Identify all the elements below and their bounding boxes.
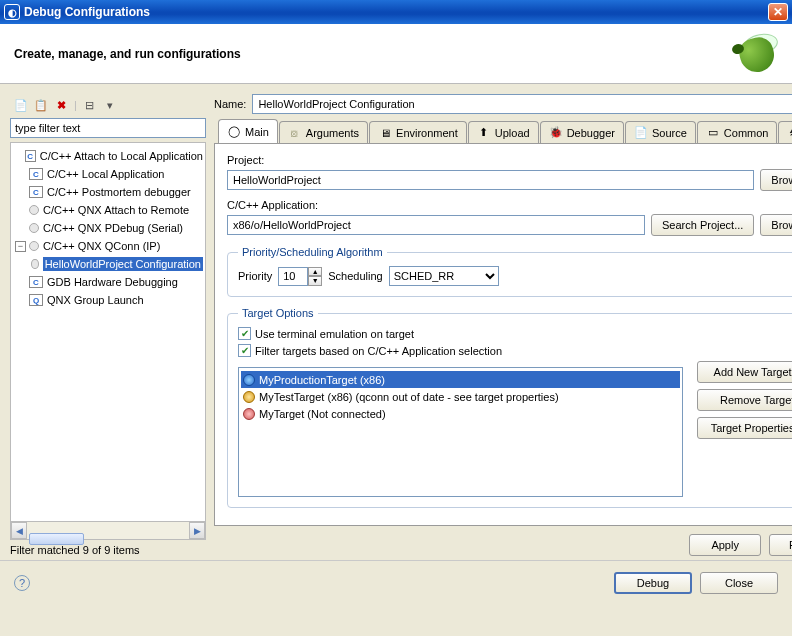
tree-label: C/C++ QNX PDebug (Serial) bbox=[43, 222, 183, 234]
tree-label: C/C++ QNX QConn (IP) bbox=[43, 240, 160, 252]
header: Create, manage, and run configurations bbox=[0, 24, 792, 84]
project-input[interactable] bbox=[227, 170, 754, 190]
tools-tab-icon: 🛠 bbox=[787, 126, 792, 140]
tab-common[interactable]: ▭Common bbox=[697, 121, 778, 143]
content: 📄 📋 ✖ | ⊟ ▾ CC/C++ Attach to Local Appli… bbox=[0, 84, 792, 560]
tab-upload[interactable]: ⬆Upload bbox=[468, 121, 539, 143]
tab-debugger[interactable]: 🐞Debugger bbox=[540, 121, 624, 143]
remove-target-button[interactable]: Remove Target bbox=[697, 389, 792, 411]
new-config-icon[interactable]: 📄 bbox=[14, 98, 28, 112]
tab-arguments[interactable]: ⦻Arguments bbox=[279, 121, 368, 143]
target-icon bbox=[243, 374, 255, 386]
terminal-emulation-checkbox[interactable]: ✔ Use terminal emulation on target bbox=[238, 327, 792, 340]
tab-tools[interactable]: 🛠Tools bbox=[778, 121, 792, 143]
tree-item-gdb-hw[interactable]: CGDB Hardware Debugging bbox=[11, 273, 205, 291]
close-icon[interactable]: ✕ bbox=[768, 3, 788, 21]
priority-value[interactable] bbox=[278, 267, 308, 286]
filter-targets-checkbox[interactable]: ✔ Filter targets based on C/C++ Applicat… bbox=[238, 344, 792, 357]
tree-item-helloworld-config[interactable]: HelloWorldProject Configuration bbox=[11, 255, 205, 273]
toolbar-separator: | bbox=[74, 99, 77, 111]
tree-label: C/C++ Local Application bbox=[47, 168, 164, 180]
tree-item-qnx-qconn[interactable]: −C/C++ QNX QConn (IP) bbox=[11, 237, 205, 255]
tree-label: QNX Group Launch bbox=[47, 294, 144, 306]
page-title: Create, manage, and run configurations bbox=[14, 47, 241, 61]
config-tree[interactable]: CC/C++ Attach to Local Application CC/C+… bbox=[10, 142, 206, 522]
collapse-all-icon[interactable]: ⊟ bbox=[83, 98, 97, 112]
priority-spinner[interactable]: ▲▼ bbox=[278, 267, 322, 286]
config-toolbar: 📄 📋 ✖ | ⊟ ▾ bbox=[10, 94, 206, 116]
debugger-tab-icon: 🐞 bbox=[549, 126, 563, 140]
tab-label: Environment bbox=[396, 127, 458, 139]
help-icon[interactable]: ? bbox=[14, 575, 30, 591]
spin-up-icon[interactable]: ▲ bbox=[308, 267, 322, 277]
debug-button[interactable]: Debug bbox=[614, 572, 692, 594]
priority-label: Priority bbox=[238, 270, 272, 282]
target-icon bbox=[243, 391, 255, 403]
tree-hscrollbar[interactable]: ◀ ▶ bbox=[10, 522, 206, 540]
filter-menu-icon[interactable]: ▾ bbox=[103, 98, 117, 112]
bug-icon bbox=[722, 30, 778, 78]
tab-source[interactable]: 📄Source bbox=[625, 121, 696, 143]
main-tab-icon: ◯ bbox=[227, 125, 241, 139]
filter-input[interactable] bbox=[10, 118, 206, 138]
checkbox-label: Filter targets based on C/C++ Applicatio… bbox=[255, 345, 502, 357]
target-icon bbox=[243, 408, 255, 420]
source-tab-icon: 📄 bbox=[634, 126, 648, 140]
checkbox-label: Use terminal emulation on target bbox=[255, 328, 414, 340]
tree-item-qnx-pdebug[interactable]: C/C++ QNX PDebug (Serial) bbox=[11, 219, 205, 237]
search-project-button[interactable]: Search Project... bbox=[651, 214, 754, 236]
tab-label: Upload bbox=[495, 127, 530, 139]
spin-down-icon[interactable]: ▼ bbox=[308, 276, 322, 286]
environment-tab-icon: 🖥 bbox=[378, 126, 392, 140]
app-icon: ◐ bbox=[4, 4, 20, 20]
revert-button[interactable]: Revert bbox=[769, 534, 792, 556]
right-panel: Name: ◯Main ⦻Arguments 🖥Environment ⬆Upl… bbox=[214, 94, 792, 556]
target-label: MyProductionTarget (x86) bbox=[259, 374, 385, 386]
target-item-production[interactable]: MyProductionTarget (x86) bbox=[241, 371, 680, 388]
expand-icon[interactable]: − bbox=[15, 241, 26, 252]
checkbox-icon: ✔ bbox=[238, 344, 251, 357]
duplicate-config-icon[interactable]: 📋 bbox=[34, 98, 48, 112]
window-title: Debug Configurations bbox=[24, 5, 768, 19]
left-panel: 📄 📋 ✖ | ⊟ ▾ CC/C++ Attach to Local Appli… bbox=[10, 94, 206, 556]
checkbox-icon: ✔ bbox=[238, 327, 251, 340]
tree-label: GDB Hardware Debugging bbox=[47, 276, 178, 288]
project-browse-button[interactable]: Browse... bbox=[760, 169, 792, 191]
target-item-notconnected[interactable]: MyTarget (Not connected) bbox=[241, 405, 680, 422]
delete-config-icon[interactable]: ✖ bbox=[54, 98, 68, 112]
name-label: Name: bbox=[214, 98, 246, 110]
tree-item-qnx-attach-remote[interactable]: C/C++ QNX Attach to Remote bbox=[11, 201, 205, 219]
tree-item-qnx-group[interactable]: QQNX Group Launch bbox=[11, 291, 205, 309]
tab-label: Source bbox=[652, 127, 687, 139]
tab-label: Common bbox=[724, 127, 769, 139]
name-input[interactable] bbox=[252, 94, 792, 114]
target-list[interactable]: MyProductionTarget (x86) MyTestTarget (x… bbox=[238, 367, 683, 497]
add-target-button[interactable]: Add New Target... bbox=[697, 361, 792, 383]
tree-label: C/C++ Postmortem debugger bbox=[47, 186, 191, 198]
tab-environment[interactable]: 🖥Environment bbox=[369, 121, 467, 143]
tree-label: C/C++ Attach to Local Application bbox=[40, 150, 203, 162]
scroll-right-icon[interactable]: ▶ bbox=[189, 522, 205, 539]
target-options-fieldset: Target Options ✔ Use terminal emulation … bbox=[227, 307, 792, 508]
apply-button[interactable]: Apply bbox=[689, 534, 761, 556]
target-item-test[interactable]: MyTestTarget (x86) (qconn out of date - … bbox=[241, 388, 680, 405]
close-button[interactable]: Close bbox=[700, 572, 778, 594]
target-properties-button[interactable]: Target Properties... bbox=[697, 417, 792, 439]
footer: ? Debug Close bbox=[0, 560, 792, 604]
tree-item-attach-local[interactable]: CC/C++ Attach to Local Application bbox=[11, 147, 205, 165]
application-input[interactable] bbox=[227, 215, 645, 235]
priority-fieldset: Priority/Scheduling Algorithm Priority ▲… bbox=[227, 246, 792, 297]
scroll-thumb[interactable] bbox=[29, 533, 84, 545]
tree-item-postmortem[interactable]: CC/C++ Postmortem debugger bbox=[11, 183, 205, 201]
target-options-legend: Target Options bbox=[238, 307, 318, 319]
scheduling-label: Scheduling bbox=[328, 270, 382, 282]
tab-main[interactable]: ◯Main bbox=[218, 119, 278, 143]
tabbar: ◯Main ⦻Arguments 🖥Environment ⬆Upload 🐞D… bbox=[214, 120, 792, 144]
tree-item-local-app[interactable]: CC/C++ Local Application bbox=[11, 165, 205, 183]
common-tab-icon: ▭ bbox=[706, 126, 720, 140]
scroll-left-icon[interactable]: ◀ bbox=[11, 522, 27, 539]
scheduling-select[interactable]: SCHED_RR bbox=[389, 266, 499, 286]
application-label: C/C++ Application: bbox=[227, 199, 792, 211]
application-browse-button[interactable]: Browse... bbox=[760, 214, 792, 236]
arguments-tab-icon: ⦻ bbox=[288, 126, 302, 140]
